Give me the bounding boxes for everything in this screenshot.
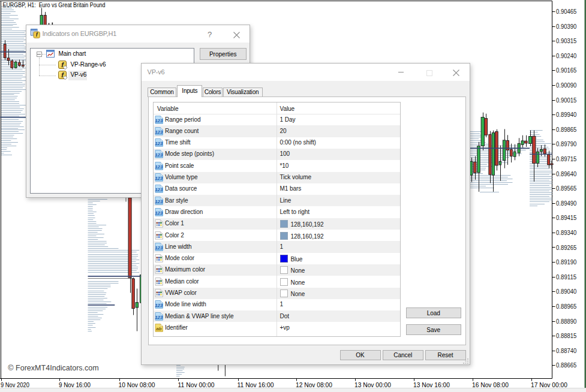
svg-text:© ForexMT4Indicators.com: © ForexMT4Indicators.com — [8, 363, 99, 372]
svg-text:0.89490: 0.89490 — [556, 200, 576, 207]
svg-text:0.88740: 0.88740 — [556, 347, 576, 354]
svg-text:0.89715: 0.89715 — [556, 155, 576, 162]
svg-text:0.89190: 0.89190 — [556, 258, 576, 266]
svg-text:0.88965: 0.88965 — [556, 303, 576, 310]
svg-text:0.90090: 0.90090 — [556, 82, 576, 89]
svg-text:13 Nov 00:00: 13 Nov 00:00 — [354, 381, 391, 388]
svg-text:123: 123 — [155, 141, 163, 146]
svg-text:0.89340: 0.89340 — [556, 229, 576, 236]
svg-text:0.89415: 0.89415 — [556, 214, 576, 221]
svg-text:0.90015: 0.90015 — [556, 97, 576, 104]
svg-text:0.88815: 0.88815 — [556, 332, 576, 339]
svg-text:0.89790: 0.89790 — [556, 140, 576, 147]
svg-text:123: 123 — [155, 210, 163, 216]
svg-text:12 Nov 08:00: 12 Nov 08:00 — [296, 381, 332, 388]
svg-text:123: 123 — [155, 187, 163, 192]
svg-text:10 Nov 08:00: 10 Nov 08:00 — [119, 381, 155, 388]
svg-text:123: 123 — [155, 176, 163, 181]
svg-text:0.89265: 0.89265 — [556, 244, 576, 251]
svg-text:0.90165: 0.90165 — [556, 67, 576, 74]
svg-text:123: 123 — [155, 303, 163, 308]
svg-text:ab: ab — [156, 326, 161, 331]
svg-text:0.90240: 0.90240 — [556, 52, 576, 59]
svg-text:0.88665: 0.88665 — [556, 361, 576, 369]
svg-text:123: 123 — [155, 129, 163, 135]
svg-text:13 Nov 16:00: 13 Nov 16:00 — [413, 381, 450, 388]
svg-text:0.88890: 0.88890 — [556, 318, 576, 325]
svg-text:123: 123 — [155, 152, 163, 158]
svg-text:0.90315: 0.90315 — [556, 37, 576, 44]
svg-text:123: 123 — [155, 164, 163, 169]
svg-text:0.89115: 0.89115 — [556, 273, 576, 281]
svg-text:0.89640: 0.89640 — [556, 170, 576, 177]
svg-text:123: 123 — [155, 117, 163, 123]
svg-text:0.89040: 0.89040 — [556, 288, 576, 295]
svg-text:EURGBP, H1: Euro vs Great Bri: EURGBP, H1: Euro vs Great Britain Pound — [3, 1, 106, 8]
svg-text:123: 123 — [155, 198, 163, 204]
svg-text:0.89565: 0.89565 — [556, 185, 576, 192]
svg-text:0.89865: 0.89865 — [556, 126, 576, 133]
svg-text:9 Nov 16:00: 9 Nov 16:00 — [59, 381, 91, 388]
svg-text:0.89940: 0.89940 — [556, 111, 576, 118]
svg-text:0.90465: 0.90465 — [556, 8, 576, 15]
svg-text:17 Nov 00:00: 17 Nov 00:00 — [531, 381, 567, 388]
svg-text:0.90390: 0.90390 — [556, 23, 576, 30]
svg-text:11 Nov 00:00: 11 Nov 00:00 — [178, 381, 215, 388]
svg-text:16 Nov 08:00: 16 Nov 08:00 — [472, 381, 509, 388]
svg-text:123: 123 — [155, 245, 163, 251]
svg-text:9 Nov 2020: 9 Nov 2020 — [1, 381, 29, 388]
svg-text:11 Nov 16:00: 11 Nov 16:00 — [238, 381, 274, 388]
svg-text:123: 123 — [155, 314, 163, 319]
